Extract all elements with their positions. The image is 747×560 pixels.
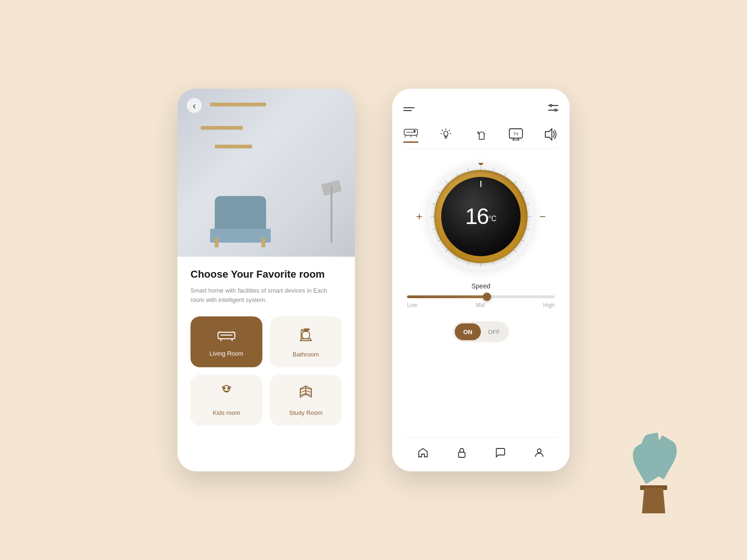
toggle-section: ON OFF [403, 322, 558, 342]
speed-label: Speed [403, 282, 558, 290]
shelf-1 [210, 103, 266, 106]
room-item-kids-room[interactable]: Kids room [190, 375, 262, 426]
svg-rect-56 [458, 452, 465, 457]
svg-line-47 [437, 240, 440, 242]
power-on-state: ON [455, 323, 481, 340]
speed-slider-track[interactable] [407, 295, 555, 298]
svg-line-19 [416, 135, 417, 138]
temperature-value: 16 [465, 204, 488, 229]
page-subtitle: Smart home with facilities of smart devi… [190, 286, 342, 306]
thermostat-dial[interactable]: 16°C [427, 163, 535, 270]
study-room-label: Study Room [289, 409, 323, 416]
lamp-decoration [322, 182, 341, 243]
chair-leg-right [261, 238, 265, 247]
power-toggle[interactable]: ON OFF [453, 322, 509, 342]
svg-line-36 [526, 203, 530, 204]
left-phone: ‹ Choose Your Favorite room Smart home w… [177, 89, 355, 471]
svg-marker-30 [545, 129, 552, 140]
nav-profile[interactable] [526, 445, 552, 460]
shelf-3 [215, 145, 252, 148]
nav-chat[interactable] [487, 445, 514, 460]
speed-slider-fill [407, 295, 488, 298]
speed-mid: Mid [476, 302, 485, 308]
svg-point-6 [306, 330, 308, 332]
filter-button[interactable] [548, 103, 558, 115]
svg-point-4 [308, 329, 310, 330]
living-room-label: Living Room [210, 350, 243, 357]
dial-black-face: 16°C [441, 177, 521, 256]
svg-point-9 [228, 388, 229, 389]
chat-icon [495, 447, 506, 458]
room-bg [177, 89, 355, 257]
svg-line-48 [432, 229, 436, 230]
power-off-state: OFF [481, 323, 507, 340]
svg-point-21 [414, 130, 415, 132]
left-phone-content: Choose Your Favorite room Smart home wit… [177, 257, 355, 471]
shelf-decoration [201, 103, 285, 163]
plant-pot [642, 488, 665, 513]
person-icon [534, 447, 545, 458]
lamp-pole [331, 187, 332, 243]
svg-line-41 [504, 257, 506, 260]
temp-increase-button[interactable]: + [411, 205, 427, 228]
svg-line-39 [521, 240, 525, 242]
svg-line-42 [493, 262, 494, 266]
device-tab-speaker[interactable] [543, 128, 558, 143]
chair-body [215, 196, 266, 233]
nav-home[interactable] [410, 445, 436, 460]
temp-decrease-button[interactable]: − [535, 205, 550, 228]
shelf-2 [201, 126, 243, 130]
svg-line-33 [504, 173, 506, 176]
svg-line-38 [526, 229, 530, 230]
svg-line-32 [493, 168, 494, 172]
kids-room-label: Kids room [213, 409, 240, 416]
speed-slider-thumb[interactable] [483, 293, 491, 301]
svg-rect-1 [302, 331, 310, 339]
temperature-unit: °C [488, 215, 497, 223]
svg-line-46 [445, 250, 448, 252]
nav-lock[interactable] [449, 445, 475, 460]
ac-icon [403, 126, 418, 140]
device-tab-light[interactable] [438, 128, 453, 143]
room-item-bathroom[interactable]: Bathroom [270, 316, 342, 367]
bottom-nav [403, 437, 558, 460]
svg-line-35 [521, 191, 525, 193]
thermostat-section: + [403, 163, 558, 270]
hamburger-line-2 [403, 110, 412, 111]
kids-room-icon [218, 384, 235, 405]
study-room-icon [297, 384, 314, 405]
temperature-display: 16°C [465, 205, 496, 228]
dial-indicator [480, 181, 481, 187]
hamburger-line-1 [403, 107, 415, 108]
device-tab-ac[interactable] [403, 126, 418, 143]
svg-line-44 [468, 262, 469, 266]
device-tab-tv[interactable]: TV [508, 128, 523, 143]
speed-section: Speed Low Mid High [403, 282, 558, 308]
menu-button[interactable] [403, 107, 415, 111]
svg-point-55 [479, 163, 483, 165]
speaker-icon [543, 128, 558, 141]
svg-point-5 [304, 330, 306, 332]
svg-line-40 [514, 250, 517, 252]
svg-text:TV: TV [513, 132, 519, 136]
bathroom-icon [297, 326, 314, 346]
back-button[interactable]: ‹ [187, 98, 202, 113]
plant-icon [473, 128, 488, 141]
device-tabs: TV [403, 126, 558, 149]
living-room-icon [217, 327, 236, 345]
tv-icon: TV [508, 128, 523, 141]
chair-leg-left [215, 238, 218, 247]
chair-decoration [205, 173, 280, 247]
home-icon [417, 447, 429, 458]
speed-labels: Low Mid High [403, 302, 558, 308]
svg-point-8 [224, 388, 226, 389]
plant-decoration [626, 420, 682, 513]
room-item-living-room[interactable]: Living Room [190, 316, 262, 367]
device-tab-plant[interactable] [473, 128, 488, 143]
speed-low: Low [407, 302, 417, 308]
room-item-study-room[interactable]: Study Room [270, 375, 342, 426]
dial-gold-ring: 16°C [434, 170, 528, 263]
svg-line-17 [405, 135, 406, 138]
room-grid: Living Room [190, 316, 342, 426]
svg-line-34 [514, 181, 517, 184]
